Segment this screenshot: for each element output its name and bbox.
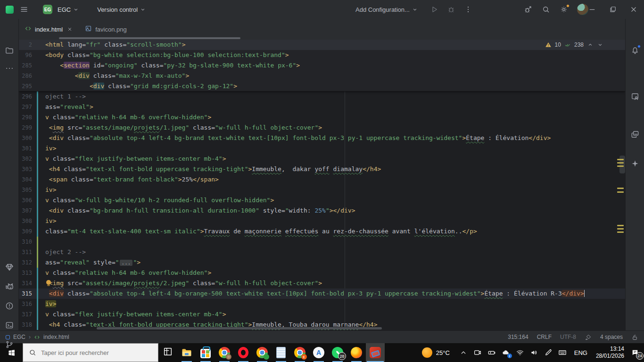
hidden-icons-button[interactable]	[456, 343, 471, 362]
run-config-selector[interactable]: Add Configuration...	[353, 4, 421, 15]
tool-button-layers-icon[interactable]	[628, 127, 642, 141]
tool-button-ai-sparkle-icon[interactable]	[628, 156, 642, 171]
code-line[interactable]: 313v class="relative h-64 mb-6 overflow-…	[19, 268, 625, 278]
code-line[interactable]: 299 <img src="assets/image/projets/1.jpe…	[19, 123, 625, 133]
inspections-widget[interactable]: 10 238	[545, 41, 603, 49]
taskbar-app-opera[interactable]	[234, 343, 253, 362]
windows-ink-icon[interactable]	[541, 343, 555, 362]
highlighting-level-icon[interactable]	[585, 334, 592, 341]
code-line[interactable]: 305iv>	[19, 185, 625, 195]
tool-button-device-preview-icon[interactable]	[628, 90, 642, 104]
taskbar-app-firefox[interactable]	[347, 343, 366, 362]
tool-button-folder-icon[interactable]	[2, 43, 17, 58]
meet-now-icon[interactable]	[471, 343, 485, 362]
warning-stripe-mark[interactable]	[617, 159, 624, 160]
tool-button-gem-icon[interactable]	[2, 260, 17, 274]
tool-button-more-icon[interactable]	[2, 61, 17, 75]
code-line[interactable]: 304 <span class="text-brand font-black">…	[19, 174, 625, 185]
code-line[interactable]: 310	[19, 237, 625, 247]
code-line[interactable]: 311oject 2 -->	[19, 247, 625, 257]
warning-stripe-mark[interactable]	[617, 228, 624, 230]
editor-horizontal-scrollbar[interactable]	[97, 327, 382, 329]
code-editor[interactable]: 296oject 1 -->297ass="reveal">298v class…	[19, 40, 625, 330]
code-line[interactable]: 307 <div class="bg-brand h-full transiti…	[19, 206, 625, 216]
warning-stripe-mark[interactable]	[617, 225, 624, 226]
warning-stripe-mark[interactable]	[617, 165, 624, 167]
tool-button-bell-icon[interactable]	[628, 43, 642, 58]
action-center-button[interactable]: 24	[628, 343, 644, 362]
next-problem-icon[interactable]	[597, 41, 603, 48]
code-line[interactable]: 315 <div class="absolute top-4 left-4 bg…	[19, 288, 625, 299]
code-line[interactable]: 300 <div class="absolute top-4 left-4 bg…	[19, 133, 625, 143]
taskbar-search-input[interactable]	[41, 349, 145, 356]
code-line[interactable]: 309class="mt-4 text-slate-400 text-sm it…	[19, 226, 625, 237]
sticky-line[interactable]: 96<body class="bg-white selection:bg-blu…	[19, 50, 625, 60]
warning-stripe-mark[interactable]	[617, 231, 624, 233]
vcs-widget[interactable]: Version control	[94, 4, 149, 15]
close-tab-icon[interactable]	[66, 25, 74, 33]
code-line[interactable]: 302v class="flex justify-between items-c…	[19, 154, 625, 164]
tool-button-cat-icon[interactable]	[2, 280, 17, 294]
code-line[interactable]: 296oject 1 -->	[19, 91, 625, 102]
battery-icon[interactable]	[485, 343, 499, 362]
onedrive-icon[interactable]: i	[499, 343, 513, 362]
tool-button-terminal-icon[interactable]	[2, 318, 17, 332]
code-line[interactable]: 317v class="flex justify-between items-c…	[19, 309, 625, 320]
code-line[interactable]: 303 <h4 class="text-xl font-bold upperca…	[19, 164, 625, 174]
wifi-icon[interactable]	[513, 343, 527, 362]
indent-size[interactable]: 4 spaces	[600, 334, 623, 340]
code-line[interactable]: 306v class="w-full bg-white/10 h-2 round…	[19, 195, 625, 206]
volume-icon[interactable]	[527, 343, 541, 362]
taskbar-clock[interactable]: 13:1428/01/2026	[592, 343, 628, 362]
weather-widget[interactable]: 25°C	[419, 343, 456, 362]
tool-button-problems-icon[interactable]	[2, 299, 17, 313]
file-encoding[interactable]: UTF-8	[560, 334, 576, 340]
taskbar-search[interactable]	[23, 343, 158, 362]
taskbar-app-snipping-tool[interactable]	[366, 343, 385, 362]
touch-keyboard-icon[interactable]	[555, 343, 570, 362]
code-line[interactable]: 314 <img src="assets/image/projets/2.jpe…	[19, 278, 625, 288]
taskbar-app-microsoft-store[interactable]	[196, 343, 215, 362]
code-line[interactable]: 316iv>	[19, 299, 625, 309]
sticky-line[interactable]: 286 <div class="max-w-7xl mx-auto">	[19, 71, 625, 81]
code-line[interactable]: 301iv>	[19, 143, 625, 154]
language-indicator[interactable]: ENG	[570, 343, 592, 362]
sticky-line[interactable]: 285 <section id="ongoing" class="py-32 b…	[19, 60, 625, 71]
tab-index.html[interactable]: index.html	[19, 19, 79, 40]
more-actions-button[interactable]	[461, 2, 476, 16]
code-line[interactable]: 298v class="relative h-64 mb-6 overflow-…	[19, 112, 625, 123]
taskbar-app-file-explorer[interactable]	[177, 343, 196, 362]
taskbar-app-chrome-profile-1[interactable]	[215, 343, 234, 362]
editor-vertical-scrollbar[interactable]	[619, 156, 625, 173]
code-line[interactable]: 297ass="reveal">	[19, 102, 625, 112]
warning-stripe-mark[interactable]	[617, 188, 624, 189]
prev-problem-icon[interactable]	[587, 41, 594, 48]
intention-bulb-icon[interactable]	[46, 280, 51, 286]
search-everywhere-button[interactable]	[538, 2, 553, 16]
tool-button-git-branch-icon[interactable]	[2, 337, 17, 352]
tab-favicon.png[interactable]: favicon.png	[79, 19, 132, 40]
main-menu-button[interactable]	[17, 2, 32, 16]
unlock-icon[interactable]	[631, 334, 638, 341]
run-button[interactable]	[427, 2, 442, 16]
debug-button[interactable]	[444, 2, 459, 16]
line-ending[interactable]: CRLF	[537, 334, 552, 340]
taskbar-app-chrome-profile-2[interactable]	[253, 343, 272, 362]
taskbar-app-app-circle-a[interactable]: A	[309, 343, 328, 362]
warning-stripe-mark[interactable]	[617, 162, 624, 164]
taskbar-app-task-view[interactable]	[158, 343, 177, 362]
code-line[interactable]: 308iv>	[19, 216, 625, 226]
minimize-button[interactable]	[582, 0, 603, 19]
taskbar-app-notepad[interactable]	[272, 343, 290, 362]
sticky-line[interactable]: 295 <div class="grid md:grid-cols-2 gap-…	[19, 81, 625, 91]
sticky-line[interactable]: 2<html lang="fr" class="scroll-smooth">	[19, 40, 625, 50]
warning-stripe-mark[interactable]	[617, 191, 624, 193]
caret-position[interactable]: 315:164	[508, 334, 528, 340]
taskbar-app-whatsapp[interactable]: 28	[328, 343, 347, 362]
code-line[interactable]: 312ass="reveal" style="...">	[19, 257, 625, 268]
close-button[interactable]	[623, 0, 644, 19]
profiler-button[interactable]	[520, 2, 536, 16]
taskbar-app-chrome-profile-3[interactable]: E	[290, 343, 309, 362]
maximize-button[interactable]	[603, 0, 623, 19]
project-selector[interactable]: EG EGC	[32, 3, 82, 16]
